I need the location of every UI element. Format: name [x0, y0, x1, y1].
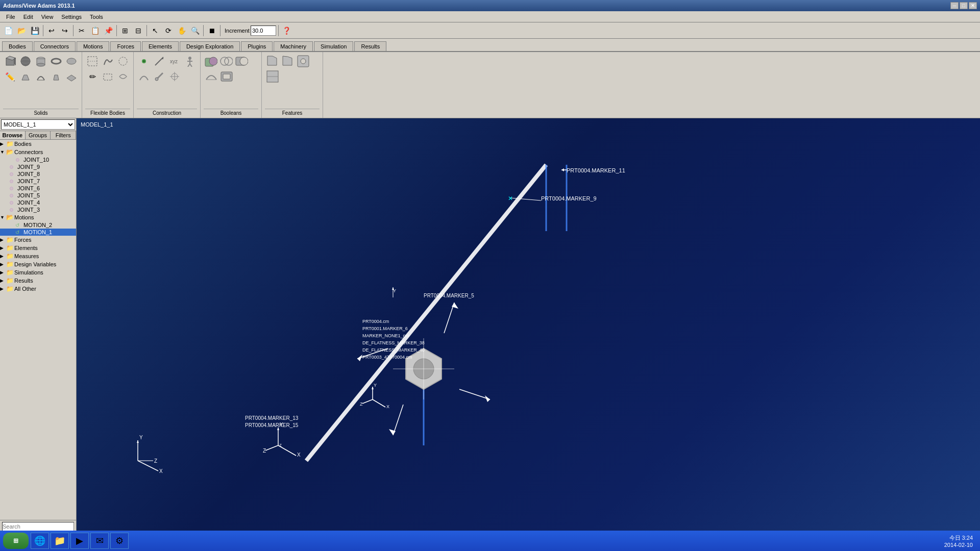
help-button[interactable]: ❓ — [281, 24, 293, 37]
tree-motions[interactable]: ▼ 📂 Motions — [0, 213, 76, 221]
menu-tools[interactable]: Tools — [86, 13, 107, 21]
tree-motion-1[interactable]: ↺ MOTION_1 — [0, 229, 76, 236]
zoom-button[interactable]: 🔍 — [189, 24, 201, 37]
tree-motion-2[interactable]: ↺ MOTION_2 — [0, 221, 76, 229]
flex-icon-6[interactable] — [116, 69, 130, 84]
search-input[interactable] — [2, 522, 74, 531]
taskbar-btn-mail[interactable]: ✉ — [90, 533, 109, 549]
tab-motions[interactable]: Motions — [77, 41, 110, 51]
copy-button[interactable]: 📋 — [89, 24, 101, 37]
tree-joint-3[interactable]: ⚙ JOINT_3 — [0, 206, 76, 213]
tab-connectors[interactable]: Connectors — [34, 41, 76, 51]
tree-tab-groups[interactable]: Groups — [26, 131, 51, 139]
flex-icon-3[interactable] — [116, 54, 130, 68]
tree-joint-5[interactable]: ⚙ JOINT_5 — [0, 192, 76, 199]
construction-arc-icon[interactable] — [137, 69, 151, 84]
menu-file[interactable]: File — [2, 13, 19, 21]
tree-measures[interactable]: ▶ 📁 Measures — [0, 252, 76, 260]
grid-button[interactable]: ⊞ — [119, 24, 131, 37]
tree-forces[interactable]: ▶ 📁 Forces — [0, 236, 76, 244]
construction-axes-icon[interactable]: xyz — [167, 54, 182, 68]
maximize-button[interactable]: □ — [960, 2, 968, 9]
solid-cylinder-icon[interactable] — [34, 54, 48, 68]
tab-elements[interactable]: Elements — [142, 41, 179, 51]
tree-simulations[interactable]: ▶ 📁 Simulations — [0, 268, 76, 277]
boolean-union-icon[interactable] — [204, 54, 218, 68]
solid-extrude-icon[interactable] — [18, 69, 33, 84]
booleans-group: Booleans — [201, 52, 262, 118]
solid-box-icon[interactable] — [3, 54, 17, 68]
boolean-subtract-icon[interactable] — [234, 54, 249, 68]
close-button[interactable]: ✕ — [969, 2, 977, 9]
tree-tab-browse[interactable]: Browse — [0, 131, 26, 139]
construction-point-icon[interactable] — [137, 54, 151, 68]
tab-results[interactable]: Results — [354, 41, 386, 51]
increment-input[interactable] — [251, 26, 276, 36]
flex-icon-2[interactable] — [101, 54, 115, 68]
feature-4-icon[interactable] — [265, 69, 279, 84]
rotate-button[interactable]: ⟳ — [162, 24, 175, 37]
tree-joint-6[interactable]: ⚙ JOINT_6 — [0, 185, 76, 192]
construction-tool-icon[interactable] — [152, 69, 166, 84]
flex-icon-4[interactable]: ✏ — [85, 69, 100, 84]
tree-joint-9[interactable]: ⚙ JOINT_9 — [0, 163, 76, 170]
feature-fillet-icon[interactable] — [280, 54, 295, 68]
tab-simulation[interactable]: Simulation — [314, 41, 353, 51]
solid-sphere-icon[interactable] — [18, 54, 33, 68]
new-button[interactable]: 📄 — [2, 24, 14, 37]
menu-settings[interactable]: Settings — [57, 13, 86, 21]
stop-button[interactable]: ⏹ — [206, 24, 218, 37]
tab-machinery[interactable]: Machinery — [274, 41, 313, 51]
solid-ellipsoid-icon[interactable] — [64, 54, 79, 68]
solid-revolve-icon[interactable] — [34, 69, 48, 84]
save-button[interactable]: 💾 — [29, 24, 41, 37]
pan-button[interactable]: ✋ — [176, 24, 188, 37]
solid-torus-icon[interactable] — [49, 54, 63, 68]
taskbar-btn-folder[interactable]: 📁 — [51, 533, 69, 549]
grid2-button[interactable]: ⊟ — [132, 24, 144, 37]
open-button[interactable]: 📂 — [15, 24, 28, 37]
tree-connectors[interactable]: ▼ 📂 Connectors — [0, 148, 76, 156]
construction-person-icon[interactable] — [183, 54, 197, 68]
tree-joint-8[interactable]: ⚙ JOINT_8 — [0, 170, 76, 178]
flex-icon-1[interactable] — [85, 54, 100, 68]
feature-chamfer-icon[interactable] — [265, 54, 279, 68]
tab-bodies[interactable]: Bodies — [2, 41, 33, 51]
taskbar-btn-media[interactable]: ▶ — [70, 533, 89, 549]
tree-joint-10[interactable]: ⚙ JOINT_10 — [0, 156, 76, 163]
tree-bodies[interactable]: ▶ 📁 Bodies — [0, 140, 76, 148]
undo-button[interactable]: ↩ — [45, 24, 58, 37]
construction-crosshair-icon[interactable] — [167, 69, 182, 84]
boolean-hollow-icon[interactable] — [219, 69, 233, 84]
tree-elements[interactable]: ▶ 📁 Elements — [0, 244, 76, 252]
solid-plate-icon[interactable] — [64, 69, 79, 84]
redo-button[interactable]: ↪ — [59, 24, 71, 37]
boolean-blend-icon[interactable] — [204, 69, 218, 84]
model-dropdown[interactable]: MODEL_1_1 — [1, 119, 75, 130]
tree-joint-4[interactable]: ⚙ JOINT_4 — [0, 199, 76, 206]
tab-design-exploration[interactable]: Design Exploration — [180, 41, 240, 51]
tree-results[interactable]: ▶ 📁 Results — [0, 277, 76, 285]
feature-hole-icon[interactable] — [296, 54, 310, 68]
menu-edit[interactable]: Edit — [19, 13, 37, 21]
tree-tab-filters[interactable]: Filters — [51, 131, 76, 139]
viewport[interactable]: MODEL_1_1 — [77, 118, 980, 533]
taskbar-btn-ie[interactable]: 🌐 — [31, 533, 49, 549]
tree-joint-7[interactable]: ⚙ JOINT_7 — [0, 178, 76, 185]
tab-forces[interactable]: Forces — [110, 41, 141, 51]
taskbar-btn-settings[interactable]: ⚙ — [110, 533, 129, 549]
menu-view[interactable]: View — [37, 13, 58, 21]
construction-arrow-icon[interactable] — [152, 54, 166, 68]
solid-frustum-icon[interactable] — [49, 69, 63, 84]
solid-pencil-icon[interactable]: ✏️ — [3, 69, 17, 84]
select-button[interactable]: ↖ — [149, 24, 161, 37]
start-button[interactable]: ⊞ — [3, 533, 29, 549]
tree-design-variables[interactable]: ▶ 📁 Design Variables — [0, 260, 76, 268]
tree-all-other[interactable]: ▶ 📁 All Other — [0, 285, 76, 293]
cut-button[interactable]: ✂ — [76, 24, 88, 37]
boolean-intersect-icon[interactable] — [219, 54, 233, 68]
tab-plugins[interactable]: Plugins — [241, 41, 273, 51]
minimize-button[interactable]: ─ — [950, 2, 959, 9]
paste-button[interactable]: 📌 — [102, 24, 114, 37]
flex-icon-5[interactable] — [101, 69, 115, 84]
